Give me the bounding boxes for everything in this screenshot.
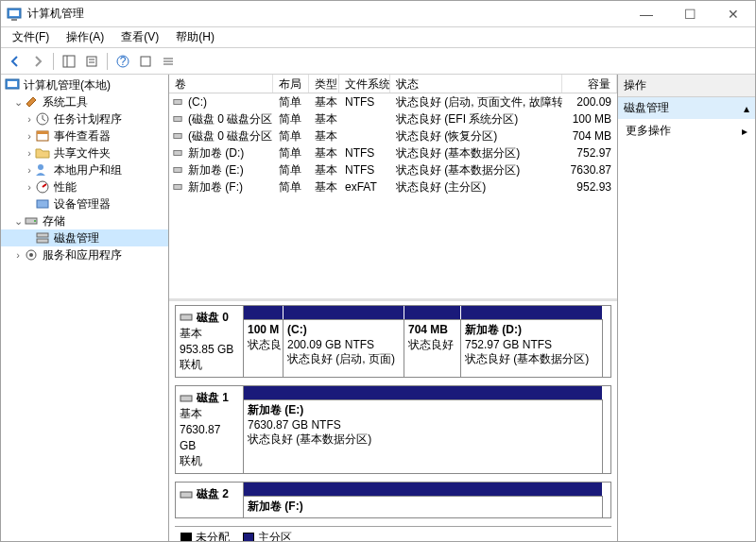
svg-text:?: ? xyxy=(120,55,127,68)
tree-services[interactable]: ›服务和应用程序 xyxy=(1,246,168,263)
expand-icon[interactable]: › xyxy=(12,249,24,261)
volume-status: 状态良好 (基本数据分区) xyxy=(390,162,562,178)
volume-icon xyxy=(169,147,182,159)
expand-icon[interactable]: › xyxy=(24,113,35,125)
tree-storage[interactable]: ⌄存储 xyxy=(1,212,168,229)
collapse-icon: ▴ xyxy=(744,102,749,115)
svg-point-19 xyxy=(38,164,43,170)
volume-type: 基本 xyxy=(309,111,339,127)
refresh-button[interactable] xyxy=(135,51,156,72)
volume-status: 状态良好 (恢复分区) xyxy=(390,128,562,144)
list-button[interactable] xyxy=(158,51,179,72)
volume-fs: NTFS xyxy=(339,95,390,109)
volume-icon xyxy=(169,130,182,142)
svg-rect-18 xyxy=(37,131,48,134)
maximize-button[interactable]: ☐ xyxy=(668,1,712,26)
svg-rect-31 xyxy=(174,151,181,156)
disk-row[interactable]: 磁盘 1基本7630.87 GB联机新加卷 (E:)7630.87 GB NTF… xyxy=(175,385,611,474)
close-button[interactable]: ✕ xyxy=(712,1,755,26)
disk-graphical-view[interactable]: 磁盘 0基本953.85 GB联机100 M状态良(C:)200.09 GB N… xyxy=(169,301,617,541)
disk-info: 磁盘 0基本953.85 GB联机 xyxy=(176,306,244,377)
show-hide-button[interactable] xyxy=(59,51,79,72)
tree-scheduler[interactable]: ›任务计划程序 xyxy=(1,110,168,127)
menu-help[interactable]: 帮助(H) xyxy=(168,27,222,47)
tree-root[interactable]: 计算机管理(本地) xyxy=(1,76,168,93)
tree-users[interactable]: ›本地用户和组 xyxy=(1,161,168,178)
volume-type: 基本 xyxy=(309,128,339,144)
col-capacity[interactable]: 容量 xyxy=(562,75,617,93)
expand-icon[interactable]: › xyxy=(24,130,35,142)
volume-fs: NTFS xyxy=(339,163,390,177)
tree-shared[interactable]: ›共享文件夹 xyxy=(1,144,168,161)
menu-file[interactable]: 文件(F) xyxy=(5,27,57,47)
actions-section[interactable]: 磁盘管理▴ xyxy=(618,97,755,119)
forward-button[interactable] xyxy=(27,51,48,72)
svg-rect-2 xyxy=(11,19,17,21)
svg-rect-36 xyxy=(180,492,192,498)
col-type[interactable]: 类型 xyxy=(309,75,339,93)
volume-type: 基本 xyxy=(309,162,339,178)
partition-cell[interactable]: 新加卷 (D:)752.97 GB NTFS状态良好 (基本数据分区) xyxy=(461,319,603,377)
expand-icon[interactable]: › xyxy=(24,147,35,159)
col-volume[interactable]: 卷 xyxy=(169,75,273,93)
legend-primary-swatch xyxy=(243,533,254,541)
actions-header: 操作 xyxy=(618,75,755,97)
svg-rect-28 xyxy=(174,100,181,105)
volume-row[interactable]: (磁盘 0 磁盘分区 4) 简单 基本 状态良好 (恢复分区) 704 MB xyxy=(169,127,617,144)
svg-rect-34 xyxy=(180,314,192,320)
volume-row[interactable]: 新加卷 (D:) 简单 基本 NTFS 状态良好 (基本数据分区) 752.97 xyxy=(169,144,617,161)
folder-icon xyxy=(35,145,50,161)
svg-rect-35 xyxy=(180,396,192,401)
back-button[interactable] xyxy=(5,51,26,72)
volume-row[interactable]: (C:) 简单 基本 NTFS 状态良好 (启动, 页面文件, 故障转储, 基本… xyxy=(169,93,617,110)
expand-icon[interactable]: › xyxy=(24,181,35,193)
menu-action[interactable]: 操作(A) xyxy=(59,27,112,47)
collapse-icon[interactable]: ⌄ xyxy=(12,215,24,228)
volume-row[interactable]: 新加卷 (E:) 简单 基本 NTFS 状态良好 (基本数据分区) 7630.8… xyxy=(169,161,617,178)
computer-icon xyxy=(5,77,20,93)
svg-rect-15 xyxy=(8,81,17,87)
tree-perf[interactable]: ›性能 xyxy=(1,178,168,195)
properties-button[interactable] xyxy=(81,51,102,72)
volume-row[interactable]: (磁盘 0 磁盘分区 1) 简单 基本 状态良好 (EFI 系统分区) 100 … xyxy=(169,110,617,127)
volume-list[interactable]: 卷 布局 类型 文件系统 状态 容量 (C:) 简单 基本 NTFS 状态良好 … xyxy=(169,75,617,301)
partition-cell[interactable]: 新加卷 (F:) xyxy=(244,496,603,517)
window-title: 计算机管理 xyxy=(27,6,625,22)
volume-layout: 简单 xyxy=(273,111,309,127)
perf-icon xyxy=(35,179,50,195)
tree-diskmgmt[interactable]: 磁盘管理 xyxy=(1,229,168,246)
partition-cell[interactable]: 新加卷 (E:)7630.87 GB NTFS状态良好 (基本数据分区) xyxy=(244,399,603,473)
expand-icon[interactable]: › xyxy=(24,164,35,176)
svg-point-23 xyxy=(34,220,36,222)
app-icon xyxy=(7,7,22,22)
toolbar: ? xyxy=(1,48,755,75)
partition-cell[interactable]: (C:)200.09 GB NTFS状态良好 (启动, 页面) xyxy=(284,319,404,377)
volume-row[interactable]: 新加卷 (F:) 简单 基本 exFAT 状态良好 (主分区) 952.93 xyxy=(169,178,617,195)
tree-devmgr[interactable]: 设备管理器 xyxy=(1,195,168,212)
nav-tree[interactable]: 计算机管理(本地) ⌄系统工具 ›任务计划程序 ›事件查看器 ›共享文件夹 ›本… xyxy=(1,75,169,541)
partition-cell[interactable]: 100 M状态良 xyxy=(244,319,284,377)
col-fs[interactable]: 文件系统 xyxy=(339,75,390,93)
col-status[interactable]: 状态 xyxy=(390,75,562,93)
volume-name: 新加卷 (F:) xyxy=(182,179,273,195)
volume-fs: exFAT xyxy=(339,180,390,194)
tree-systools[interactable]: ⌄系统工具 xyxy=(1,93,168,110)
volume-status: 状态良好 (主分区) xyxy=(390,179,562,195)
col-layout[interactable]: 布局 xyxy=(273,75,309,93)
volume-name: (磁盘 0 磁盘分区 4) xyxy=(182,128,273,144)
actions-more[interactable]: 更多操作▸ xyxy=(618,119,755,143)
device-icon xyxy=(35,196,50,212)
svg-rect-29 xyxy=(174,117,181,122)
disk-row[interactable]: 磁盘 0基本953.85 GB联机100 M状态良(C:)200.09 GB N… xyxy=(175,305,611,378)
help-button[interactable]: ? xyxy=(112,51,133,72)
tree-eventvwr[interactable]: ›事件查看器 xyxy=(1,127,168,144)
svg-rect-21 xyxy=(37,200,48,208)
menu-view[interactable]: 查看(V) xyxy=(113,27,166,47)
disk-row[interactable]: 磁盘 2新加卷 (F:) xyxy=(175,482,611,518)
volume-layout: 简单 xyxy=(273,145,309,161)
svg-rect-3 xyxy=(63,56,75,67)
collapse-icon[interactable]: ⌄ xyxy=(12,96,24,109)
minimize-button[interactable]: — xyxy=(625,1,668,26)
volume-name: 新加卷 (E:) xyxy=(182,162,273,178)
partition-cell[interactable]: 704 MB状态良好 xyxy=(404,319,461,377)
